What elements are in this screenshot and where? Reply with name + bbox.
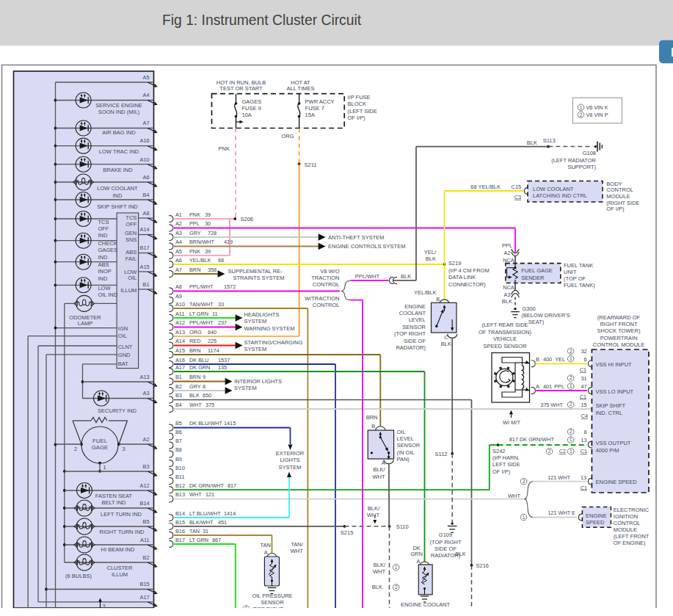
svg-text:SPEED SENSOR: SPEED SENSOR [483, 343, 527, 349]
svg-text:(I/P 4 CM FROM: (I/P 4 CM FROM [448, 267, 490, 274]
svg-text:BLK: BLK [502, 298, 512, 305]
svg-text:YEL/BLK: YEL/BLK [414, 289, 436, 296]
svg-text:(LEFT RADIATOR: (LEFT RADIATOR [551, 157, 596, 164]
svg-text:SNS: SNS [125, 236, 137, 243]
svg-text:S206: S206 [241, 216, 254, 222]
svg-text:(TOP RIGHT: (TOP RIGHT [394, 330, 426, 337]
svg-text:B4: B4 [175, 402, 182, 408]
svg-text:A9: A9 [175, 293, 182, 300]
svg-text:B13: B13 [175, 491, 185, 498]
svg-text:B12: B12 [175, 482, 185, 489]
svg-text:IND: IND [98, 232, 108, 239]
svg-text:CONTROL: CONTROL [313, 281, 340, 288]
svg-text:S242: S242 [492, 448, 506, 454]
svg-text:RIGHT FRONT: RIGHT FRONT [600, 321, 638, 327]
svg-text:(BELOW DRIVER'S: (BELOW DRIVER'S [521, 312, 570, 319]
svg-text:B3: B3 [143, 463, 150, 470]
svg-text:FUEL: FUEL [92, 438, 108, 444]
svg-text:ENGINE: ENGINE [404, 303, 426, 310]
svg-text:9: 9 [203, 374, 205, 380]
svg-text:15: 15 [581, 402, 586, 408]
svg-text:G108: G108 [583, 150, 596, 156]
svg-text:TCS: TCS [98, 219, 109, 225]
svg-text:DK BLU: DK BLU [189, 357, 208, 363]
svg-text:BRN/WHT: BRN/WHT [189, 239, 215, 245]
svg-text:V6 VIN K: V6 VIN K [586, 104, 608, 111]
svg-text:SOON IND (MIL): SOON IND (MIL) [98, 109, 140, 115]
svg-text:ENGINE SPEED: ENGINE SPEED [596, 479, 638, 485]
svg-text:A17: A17 [140, 594, 150, 601]
svg-text:WHT: WHT [373, 568, 385, 575]
svg-text:451: 451 [218, 519, 227, 526]
svg-text:RADIATOR): RADIATOR) [396, 344, 426, 351]
svg-text:2: 2 [570, 429, 572, 434]
svg-text:S219: S219 [448, 260, 462, 267]
svg-text:CHECK: CHECK [98, 240, 117, 247]
svg-text:HEADLIGHTS: HEADLIGHTS [244, 311, 280, 318]
svg-text:A7: A7 [175, 267, 182, 273]
svg-text:BLK/: BLK/ [368, 505, 380, 512]
svg-text:A11: A11 [175, 311, 184, 317]
svg-text:13: 13 [581, 474, 586, 481]
svg-text:BLK: BLK [189, 392, 200, 399]
svg-text:15A: 15A [305, 112, 315, 118]
svg-text:A16: A16 [140, 137, 150, 144]
svg-text:B14: B14 [175, 510, 185, 517]
svg-text:SENDER: SENDER [521, 275, 545, 281]
svg-text:FUEL TANK): FUEL TANK) [564, 282, 595, 289]
svg-text:S216: S216 [476, 562, 490, 569]
svg-text:B1: B1 [143, 281, 150, 288]
svg-text:A17: A17 [175, 364, 185, 371]
svg-text:PPL/WHT: PPL/WHT [355, 273, 380, 280]
svg-text:S113: S113 [543, 137, 556, 144]
svg-text:BLK: BLK [372, 584, 382, 590]
svg-text:LEFT SIDE: LEFT SIDE [492, 461, 520, 468]
svg-text:WARNING SYSTEM: WARNING SYSTEM [244, 325, 295, 332]
svg-text:WHT: WHT [508, 493, 520, 499]
svg-text:BLK: BLK [426, 256, 436, 262]
svg-text:A12: A12 [175, 319, 185, 326]
svg-text:B8: B8 [175, 446, 182, 453]
svg-text:1572: 1572 [224, 283, 236, 290]
svg-text:B6: B6 [175, 429, 182, 435]
svg-text:LOW: LOW [98, 285, 111, 291]
svg-text:GAGE: GAGE [92, 444, 109, 451]
svg-text:(I/P HARN,: (I/P HARN, [492, 454, 520, 461]
svg-text:B17: B17 [140, 244, 150, 251]
svg-text:121: 121 [205, 491, 214, 498]
svg-text:IND: IND [113, 192, 123, 199]
svg-text:WHT: WHT [189, 491, 202, 498]
svg-text:ENGINE CONTROLS SYSTEM: ENGINE CONTROLS SYSTEM [328, 243, 405, 250]
svg-text:B14: B14 [140, 500, 150, 507]
svg-text:HOT AT: HOT AT [291, 79, 310, 86]
svg-text:2: 2 [548, 449, 551, 454]
svg-text:FUSE 9: FUSE 9 [242, 105, 261, 112]
svg-text:A6: A6 [143, 174, 150, 181]
svg-text:GRN: GRN [410, 551, 423, 557]
svg-text:OIL: OIL [397, 429, 406, 435]
svg-text:BRAKE IND: BRAKE IND [103, 167, 133, 173]
svg-text:B15: B15 [175, 519, 185, 526]
svg-text:2: 2 [580, 112, 583, 117]
svg-text:NCA: NCA [503, 284, 514, 291]
svg-text:33: 33 [218, 301, 224, 308]
svg-text:PPL/WHT: PPL/WHT [189, 319, 214, 326]
svg-text:(TOP OF: (TOP OF [564, 275, 586, 282]
svg-text:SUPPORT): SUPPORT) [567, 164, 596, 170]
svg-text:RIGHT TURN IND: RIGHT TURN IND [100, 529, 145, 535]
svg-text:358: 358 [208, 267, 217, 273]
svg-text:SKIP SHIFT IND: SKIP SHIFT IND [97, 203, 138, 210]
svg-text:SYSTEM: SYSTEM [234, 385, 257, 391]
svg-text:A15: A15 [140, 264, 150, 270]
svg-text:A2: A2 [175, 220, 182, 227]
svg-text:C4: C4 [581, 413, 588, 419]
svg-text:DK GRN/WHT: DK GRN/WHT [189, 482, 225, 489]
svg-text:8: 8 [203, 383, 205, 390]
svg-text:STARTING/CHARGING: STARTING/CHARGING [244, 339, 303, 346]
svg-text:A3: A3 [143, 390, 150, 396]
svg-text:PPL/WHT: PPL/WHT [189, 283, 214, 290]
svg-text:LOW TRAC IND: LOW TRAC IND [99, 148, 139, 155]
svg-text:OFF: OFF [125, 221, 137, 228]
svg-text:WHT: WHT [189, 402, 202, 408]
svg-text:A1: A1 [175, 211, 182, 218]
